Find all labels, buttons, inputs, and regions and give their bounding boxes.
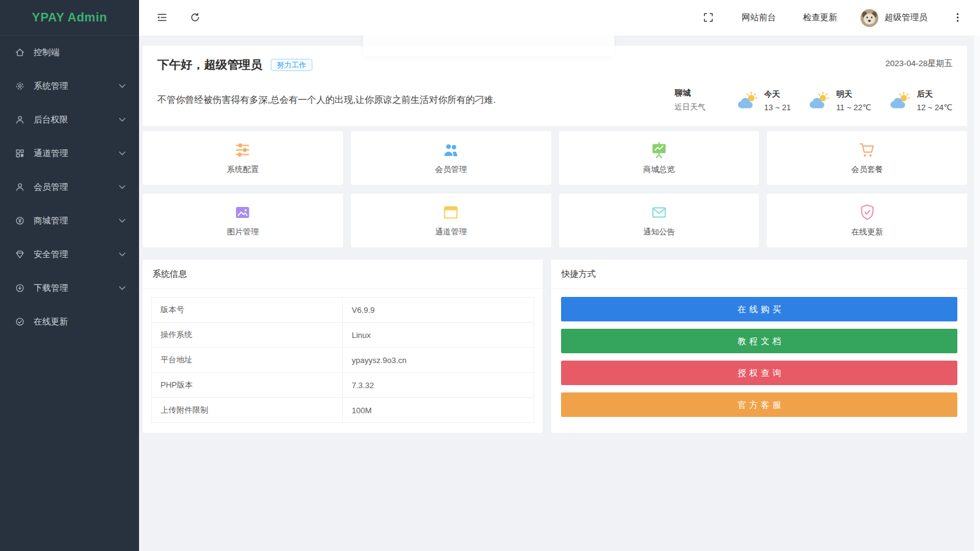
mail-icon xyxy=(650,203,668,222)
frontend-link[interactable]: 网站前台 xyxy=(742,12,776,23)
card-member-packages[interactable]: 会员套餐 xyxy=(767,131,967,185)
weather-day-temp: 13 ~ 21 xyxy=(764,103,791,112)
weather-day: 今天 13 ~ 21 xyxy=(735,89,791,112)
user-icon xyxy=(15,114,25,125)
weather-day-temp: 11 ~ 22℃ xyxy=(836,103,871,112)
fullscreen-icon[interactable] xyxy=(703,12,715,24)
current-date: 2023-04-28星期五 xyxy=(885,58,952,69)
card-mall-overview[interactable]: 商城总览 xyxy=(559,131,760,185)
card-label: 会员套餐 xyxy=(851,164,883,175)
chevron-down-icon xyxy=(119,252,126,257)
check-circle-icon xyxy=(15,317,25,327)
card-label: 通道管理 xyxy=(435,227,467,238)
topbar-right: 网站前台 检查更新 超级管理员 xyxy=(703,9,968,27)
info-key: 平台地址 xyxy=(152,348,343,373)
chevron-down-icon xyxy=(119,286,126,290)
support-button[interactable]: 官方客服 xyxy=(561,392,957,417)
window-icon xyxy=(442,203,460,222)
gem-icon xyxy=(15,249,25,260)
panel-title: 系统信息 xyxy=(143,260,543,289)
table-row: 版本号 V6.9.9 xyxy=(152,298,534,323)
card-channel-management[interactable]: 通道管理 xyxy=(351,193,551,247)
weather-subtitle: 近日天气 xyxy=(675,102,706,113)
info-key: 操作系统 xyxy=(152,323,343,348)
users-icon xyxy=(442,141,460,159)
sidebar-item-mall[interactable]: 商城管理 xyxy=(0,204,139,238)
card-label: 会员管理 xyxy=(435,164,467,175)
shield-check-icon xyxy=(858,203,876,222)
chevron-down-icon xyxy=(119,151,126,156)
sidebar-item-label: 商城管理 xyxy=(34,216,68,227)
cart-icon xyxy=(858,141,876,159)
sidebar-item-security[interactable]: 安全管理 xyxy=(0,238,139,271)
sidebar-item-label: 控制端 xyxy=(34,47,59,58)
card-member-management[interactable]: 会员管理 xyxy=(351,131,551,185)
info-value: 100M xyxy=(343,398,534,423)
panel-title: 快捷方式 xyxy=(551,260,967,289)
card-label: 商城总览 xyxy=(643,164,675,175)
modules-icon xyxy=(15,148,25,159)
sidebar-item-update[interactable]: 在线更新 xyxy=(0,305,139,339)
license-query-button[interactable]: 授权查询 xyxy=(561,361,957,385)
docs-button[interactable]: 教程文档 xyxy=(561,329,957,353)
kebab-menu-icon[interactable] xyxy=(952,12,964,24)
card-label: 系统配置 xyxy=(227,164,258,175)
avatar xyxy=(861,9,878,27)
sidebar-item-downloads[interactable]: 下载管理 xyxy=(0,271,139,305)
weather-day-temp: 12 ~ 24℃ xyxy=(917,103,952,112)
greeting-card: 下午好，超级管理员 努力工作 2023-04-28星期五 不管你曾经被伤害得有多… xyxy=(143,46,967,126)
weather-city-name: 聊城 xyxy=(675,88,706,99)
home-icon xyxy=(15,47,25,58)
table-row: PHP版本 7.3.32 xyxy=(152,373,534,398)
weather-day-label: 后天 xyxy=(917,89,952,100)
quick-actions-body: 在线购买 教程文档 授权查询 官方客服 xyxy=(551,289,967,425)
fading-toast xyxy=(363,29,614,56)
quick-actions-panel: 快捷方式 在线购买 教程文档 授权查询 官方客服 xyxy=(551,260,967,433)
card-system-config[interactable]: 系统配置 xyxy=(143,131,343,185)
gear-icon xyxy=(15,81,25,91)
weather-city: 聊城 近日天气 xyxy=(675,88,706,113)
sun-cloud-icon xyxy=(735,91,760,110)
user-menu[interactable]: 超级管理员 xyxy=(861,9,927,27)
card-notices[interactable]: 通知公告 xyxy=(559,193,760,247)
card-label: 图片管理 xyxy=(227,227,258,238)
sidebar-item-label: 会员管理 xyxy=(34,182,68,193)
quick-buy-button[interactable]: 在线购买 xyxy=(561,297,957,321)
download-circle-icon xyxy=(15,283,25,293)
sidebar-item-channels[interactable]: 通道管理 xyxy=(0,137,139,170)
sidebar-item-label: 后台权限 xyxy=(34,114,68,126)
weather-widget: 聊城 近日天气 今天 13 ~ 21 明天 xyxy=(675,88,952,113)
scrollbar[interactable] xyxy=(974,36,980,551)
weather-day: 后天 12 ~ 24℃ xyxy=(888,89,952,112)
info-value: 7.3.32 xyxy=(343,373,534,398)
weather-day: 明天 11 ~ 22℃ xyxy=(807,89,871,112)
chevron-down-icon xyxy=(119,185,126,189)
status-badge: 努力工作 xyxy=(271,59,312,71)
sidebar-item-label: 在线更新 xyxy=(34,317,68,328)
refresh-icon[interactable] xyxy=(189,12,202,24)
sidebar-item-label: 安全管理 xyxy=(34,249,68,260)
chevron-down-icon xyxy=(119,118,126,122)
sun-cloud-icon xyxy=(807,91,831,110)
check-update-link[interactable]: 检查更新 xyxy=(803,12,837,23)
sliders-icon xyxy=(233,141,252,159)
sidebar-item-dashboard[interactable]: 控制端 xyxy=(0,36,139,69)
info-value: V6.9.9 xyxy=(343,298,534,323)
user-icon xyxy=(15,182,25,192)
sidebar-item-label: 系统管理 xyxy=(34,81,68,92)
yen-circle-icon xyxy=(15,216,25,226)
card-label: 通知公告 xyxy=(643,227,675,238)
content: 下午好，超级管理员 努力工作 2023-04-28星期五 不管你曾经被伤害得有多… xyxy=(139,36,980,433)
weather-day-label: 明天 xyxy=(836,89,871,100)
sidebar-item-members[interactable]: 会员管理 xyxy=(0,170,139,204)
info-key: 上传附件限制 xyxy=(152,398,343,423)
main-area: 网站前台 检查更新 超级管理员 下午好，超级管理员 努力工作 2023-04-2… xyxy=(139,0,980,551)
card-image-management[interactable]: 图片管理 xyxy=(143,193,343,247)
info-key: PHP版本 xyxy=(152,373,343,398)
sidebar-item-system[interactable]: 系统管理 xyxy=(0,69,139,103)
app-logo[interactable]: YPAY Admin xyxy=(0,0,139,36)
card-online-update[interactable]: 在线更新 xyxy=(767,193,967,247)
sidebar-item-permissions[interactable]: 后台权限 xyxy=(0,103,139,137)
sidebar-item-label: 下载管理 xyxy=(34,283,68,294)
collapse-sidebar-button[interactable] xyxy=(156,12,168,24)
